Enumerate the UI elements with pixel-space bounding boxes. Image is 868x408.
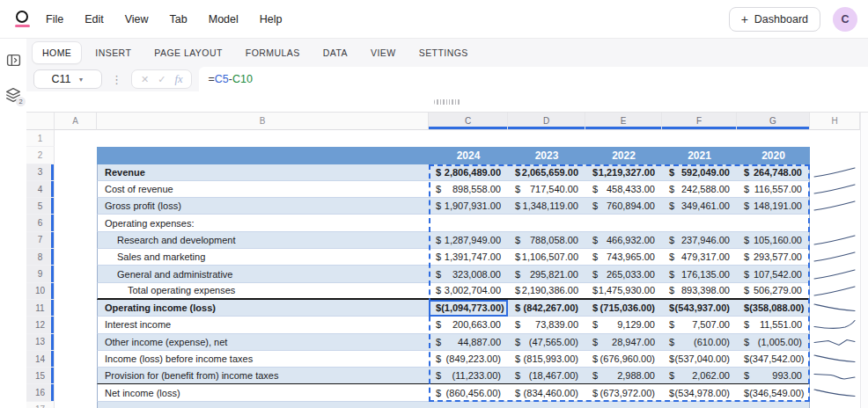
- cell-D16[interactable]: $(834,460.00): [508, 384, 585, 401]
- cell-sparkline-row-17[interactable]: [810, 402, 860, 408]
- cell-F6[interactable]: [662, 215, 737, 231]
- column-header-f[interactable]: F: [662, 113, 737, 130]
- cell[interactable]: [55, 147, 97, 164]
- tab-page-layout[interactable]: PAGE LAYOUT: [144, 42, 232, 63]
- cell-C6[interactable]: [429, 215, 508, 231]
- cell-F4[interactable]: $242,588.00: [662, 181, 737, 198]
- row-header-12[interactable]: 12: [26, 317, 55, 333]
- cell[interactable]: [55, 249, 97, 266]
- cell-F16[interactable]: $(534,978.00): [662, 384, 737, 401]
- cell-C11[interactable]: $(1,094,773.00): [429, 300, 508, 317]
- cell-E3[interactable]: $1,219,327.00: [585, 164, 662, 181]
- cell[interactable]: [55, 266, 97, 282]
- cell-sparkline-row-7[interactable]: [810, 232, 860, 249]
- year-header-cell[interactable]: 2020: [737, 147, 810, 164]
- cell-D11[interactable]: $(842,267.00): [508, 300, 585, 317]
- cell-D13[interactable]: $(47,565.00): [508, 334, 585, 351]
- cell[interactable]: [55, 164, 97, 181]
- cell-sparkline-row-13[interactable]: [810, 334, 860, 351]
- panel-drag-handle[interactable]: [434, 99, 460, 105]
- row-header-13[interactable]: 13: [26, 334, 55, 351]
- cell[interactable]: [55, 334, 97, 351]
- menu-item-edit[interactable]: Edit: [85, 13, 104, 26]
- more-options-icon[interactable]: ⋮: [111, 73, 122, 86]
- tab-view[interactable]: VIEW: [361, 42, 406, 63]
- column-header-g[interactable]: G: [737, 113, 810, 130]
- vertical-scrollbar[interactable]: [860, 113, 868, 408]
- cell-C12[interactable]: $200,663.00: [429, 317, 508, 333]
- cell-G15[interactable]: $993.00: [737, 368, 810, 384]
- cell-sparkline-row-8[interactable]: [810, 249, 860, 266]
- cell[interactable]: [55, 283, 97, 300]
- cell-F9[interactable]: $176,135.00: [662, 266, 737, 282]
- cell-sparkline-row-10[interactable]: [810, 283, 860, 300]
- cell-label-row-8[interactable]: Sales and marketing: [97, 249, 429, 266]
- cell-label-row-15[interactable]: Provision for (benefit from) income taxe…: [97, 368, 429, 384]
- cell-G12[interactable]: $11,551.00: [737, 317, 810, 333]
- cell-D12[interactable]: $73,839.00: [508, 317, 585, 333]
- cell-sparkline-row-15[interactable]: [810, 368, 860, 384]
- row-header-7[interactable]: 7: [26, 232, 55, 249]
- cell[interactable]: [55, 198, 97, 215]
- avatar[interactable]: C: [833, 7, 857, 32]
- cell-G14[interactable]: $(347,542.00): [737, 351, 810, 368]
- cell-E11[interactable]: $(715,036.00): [585, 300, 662, 317]
- cell-E12[interactable]: $9,129.00: [585, 317, 662, 333]
- tab-insert[interactable]: INSERT: [85, 42, 141, 63]
- cell-sparkline-row-14[interactable]: [810, 351, 860, 368]
- cell-G5[interactable]: $148,191.00: [737, 198, 810, 215]
- cell-F15[interactable]: $2,062.00: [662, 368, 737, 384]
- menu-item-file[interactable]: File: [46, 13, 63, 26]
- cell-label-row-4[interactable]: Cost of revenue: [97, 181, 429, 198]
- cell-E17[interactable]: [585, 402, 662, 408]
- cell[interactable]: [55, 384, 97, 401]
- cell-D4[interactable]: $717,540.00: [508, 181, 585, 198]
- year-header-cell[interactable]: 2021: [662, 147, 737, 164]
- cell-E4[interactable]: $458,433.00: [585, 181, 662, 198]
- row-header-14[interactable]: 14: [26, 351, 55, 368]
- cell-G9[interactable]: $107,542.00: [737, 266, 810, 282]
- column-header-b[interactable]: B: [97, 113, 429, 130]
- layers-icon[interactable]: 2: [5, 87, 21, 103]
- row-header-2[interactable]: 2: [26, 147, 55, 164]
- cell-E14[interactable]: $(676,960.00): [585, 351, 662, 368]
- cell-label-row-5[interactable]: Gross profit (loss): [97, 198, 429, 215]
- cell-label-row-9[interactable]: General and administrative: [97, 266, 429, 282]
- cell-C14[interactable]: $(849,223.00): [429, 351, 508, 368]
- cell[interactable]: [55, 130, 97, 147]
- column-header-d[interactable]: D: [508, 113, 585, 130]
- cell-E13[interactable]: $28,947.00: [585, 334, 662, 351]
- cell[interactable]: [55, 215, 97, 231]
- cell-E8[interactable]: $743,965.00: [585, 249, 662, 266]
- cell-D7[interactable]: $788,058.00: [508, 232, 585, 249]
- dashboard-button[interactable]: + Dashboard: [729, 7, 820, 32]
- row-header-4[interactable]: 4: [26, 181, 55, 198]
- cell-G3[interactable]: $264,748.00: [737, 164, 810, 181]
- row-header-16[interactable]: 16: [26, 384, 55, 401]
- cell-G7[interactable]: $105,160.00: [737, 232, 810, 249]
- cell-sparkline-row-11[interactable]: [810, 300, 860, 317]
- cell-F13[interactable]: $(610.00): [662, 334, 737, 351]
- cell-sparkline-row-16[interactable]: [810, 384, 860, 401]
- cell[interactable]: [55, 368, 97, 384]
- tab-formulas[interactable]: FORMULAS: [236, 42, 310, 63]
- cell-C8[interactable]: $1,391,747.00: [429, 249, 508, 266]
- cell-C4[interactable]: $898,558.00: [429, 181, 508, 198]
- year-header-cell[interactable]: 2023: [508, 147, 585, 164]
- cell[interactable]: [55, 402, 97, 408]
- cell[interactable]: [55, 181, 97, 198]
- year-header-cell[interactable]: 2022: [585, 147, 662, 164]
- menu-item-model[interactable]: Model: [209, 13, 239, 26]
- cell-sparkline-row-5[interactable]: [810, 198, 860, 215]
- formula-input[interactable]: =C5-C10: [199, 67, 868, 91]
- cell-D6[interactable]: [508, 215, 585, 231]
- cell-D8[interactable]: $1,106,507.00: [508, 249, 585, 266]
- tab-data[interactable]: DATA: [313, 42, 357, 63]
- cell-G16[interactable]: $(346,549.00): [737, 384, 810, 401]
- cell-C7[interactable]: $1,287,949.00: [429, 232, 508, 249]
- cell-C9[interactable]: $323,008.00: [429, 266, 508, 282]
- cell-F12[interactable]: $7,507.00: [662, 317, 737, 333]
- cell-D17[interactable]: [508, 402, 585, 408]
- column-header-e[interactable]: E: [585, 113, 662, 130]
- app-logo[interactable]: [11, 11, 33, 27]
